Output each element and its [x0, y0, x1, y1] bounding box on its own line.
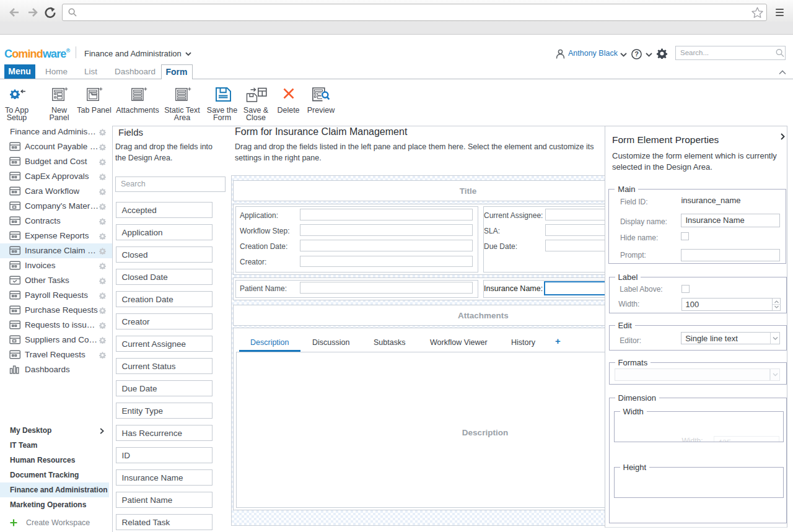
svg-text:?: ? — [634, 50, 639, 58]
